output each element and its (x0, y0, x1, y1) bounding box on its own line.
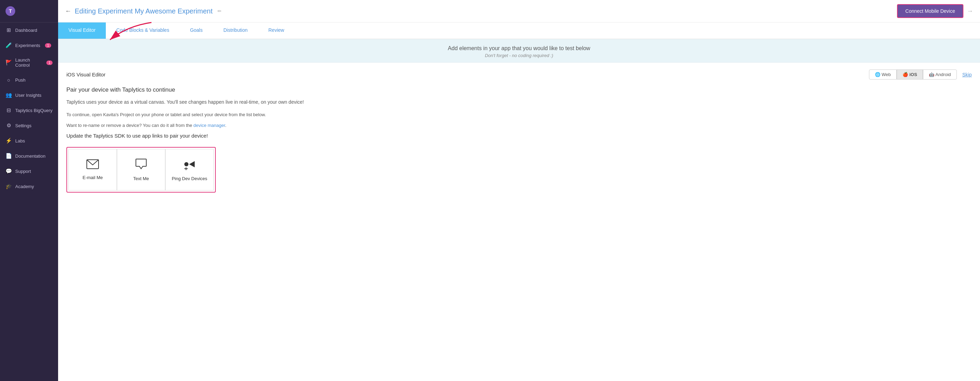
ios-editor-label: iOS Visual Editor (67, 71, 105, 78)
action-card-email-me[interactable]: E-mail Me (68, 149, 117, 190)
sidebar-item-label: Documentation (15, 154, 45, 159)
action-card-ping-dev[interactable]: Ping Dev Devices (165, 149, 214, 190)
sidebar-item-settings[interactable]: ⚙ Settings (0, 118, 58, 133)
pair-title: Pair your device with Taplytics to conti… (67, 86, 972, 93)
settings-icon: ⚙ (6, 122, 12, 129)
device-manager-link[interactable]: device manager (193, 123, 225, 128)
back-button[interactable]: ← (65, 8, 71, 15)
tab-distribution[interactable]: Distribution (213, 22, 258, 39)
tabs-bar: Visual EditorCode Blocks & VariablesGoal… (58, 22, 980, 39)
sidebar-item-label: Experiments (15, 43, 40, 48)
sidebar-item-experiments[interactable]: 🧪 Experiments 1 (0, 38, 58, 53)
ping-dev-icon (184, 158, 196, 173)
skip-link[interactable]: Skip (963, 72, 972, 78)
edit-icon[interactable]: ✏ (218, 8, 222, 14)
tabs-area: Visual EditorCode Blocks & VariablesGoal… (58, 22, 980, 39)
sdk-note: Update the Taplytics SDK to use app link… (67, 133, 972, 139)
text-me-icon (135, 158, 147, 173)
dashboard-icon: ⊞ (6, 27, 12, 33)
connect-mobile-button[interactable]: Connect Mobile Device (897, 4, 963, 18)
documentation-icon: 📄 (6, 153, 12, 159)
sidebar-item-taplytics-bigquery[interactable]: ⊟ Taplytics BigQuery (0, 103, 58, 118)
sidebar-item-label: Settings (15, 123, 32, 128)
taplytics-bigquery-icon: ⊟ (6, 107, 12, 113)
tab-code-blocks[interactable]: Code Blocks & Variables (106, 22, 180, 39)
text-me-label: Text Me (133, 176, 149, 181)
header-left: ← Editing Experiment My Awesome Experime… (65, 7, 222, 15)
platform-btn-ios[interactable]: 🍎 iOS (897, 70, 923, 79)
device-manager-suffix: . (225, 123, 226, 128)
sidebar-item-user-insights[interactable]: 👥 User Insights (0, 87, 58, 103)
badge-launch-control: 1 (46, 60, 52, 65)
info-banner: Add elements in your app that you would … (58, 39, 980, 63)
email-me-label: E-mail Me (83, 175, 103, 180)
tab-review[interactable]: Review (258, 22, 294, 39)
svg-point-2 (184, 162, 188, 166)
banner-title: Add elements in your app that you would … (65, 45, 973, 51)
email-icon (86, 159, 99, 169)
sidebar-item-label: Labs (15, 138, 25, 143)
pair-device-manager-text: Want to re-name or remove a device? You … (67, 122, 972, 129)
sidebar-item-label: User Insights (15, 93, 41, 98)
sidebar-item-label: Launch Control (15, 57, 41, 68)
ios-editor-header: iOS Visual Editor 🌐 Web🍎 iOS🤖 Android Sk… (67, 70, 972, 79)
platform-buttons: 🌐 Web🍎 iOS🤖 Android (869, 70, 957, 79)
sidebar: T ⊞ Dashboard 🧪 Experiments 1 🚩 Launch C… (0, 0, 58, 381)
device-manager-prefix: Want to re-name or remove a device? You … (67, 123, 193, 128)
sidebar-item-dashboard[interactable]: ⊞ Dashboard (0, 22, 58, 38)
support-icon: 💬 (6, 168, 12, 174)
main-content: ← Editing Experiment My Awesome Experime… (58, 0, 980, 381)
tab-visual-editor[interactable]: Visual Editor (58, 22, 106, 39)
sidebar-item-label: Push (15, 78, 25, 83)
action-card-text-me[interactable]: Text Me (117, 149, 165, 190)
action-cards: E-mail Me Text Me Ping Dev Devices (68, 149, 214, 190)
push-icon: ○ (6, 77, 12, 83)
ping-dev-label: Ping Dev Devices (172, 176, 207, 181)
sidebar-item-academy[interactable]: 🎓 Academy (0, 179, 58, 194)
banner-subtitle: Don't forget - no coding required :) (65, 53, 973, 58)
pair-description: Taplytics uses your device as a virtual … (67, 98, 972, 106)
sidebar-item-launch-control[interactable]: 🚩 Launch Control 1 (0, 53, 58, 72)
text-icon (135, 158, 147, 170)
platform-btn-android[interactable]: 🤖 Android (923, 70, 957, 79)
next-arrow-icon[interactable]: → (967, 8, 973, 15)
sidebar-item-documentation[interactable]: 📄 Documentation (0, 148, 58, 164)
user-insights-icon: 👥 (6, 92, 12, 98)
tab-goals[interactable]: Goals (180, 22, 213, 39)
logo-icon: T (6, 6, 15, 16)
action-cards-border: E-mail Me Text Me Ping Dev Devices (67, 147, 216, 192)
platform-btn-web[interactable]: 🌐 Web (869, 70, 897, 79)
sidebar-item-label: Academy (15, 184, 34, 189)
sidebar-item-label: Support (15, 169, 31, 174)
sidebar-item-label: Dashboard (15, 28, 37, 33)
email-me-icon (86, 159, 99, 171)
sidebar-item-label: Taplytics BigQuery (15, 108, 52, 113)
pair-instructions: To continue, open Kavita's Project on yo… (67, 111, 972, 119)
labs-icon: ⚡ (6, 138, 12, 144)
experiment-title: Editing Experiment My Awesome Experiment (75, 7, 213, 15)
sidebar-item-labs[interactable]: ⚡ Labs (0, 133, 58, 148)
ping-icon (184, 158, 196, 170)
page-content: iOS Visual Editor 🌐 Web🍎 iOS🤖 Android Sk… (58, 63, 980, 381)
launch-control-icon: 🚩 (6, 59, 12, 66)
sidebar-item-push[interactable]: ○ Push (0, 72, 58, 87)
header-right: Connect Mobile Device → (897, 4, 973, 18)
page-header: ← Editing Experiment My Awesome Experime… (58, 0, 980, 22)
platform-area: 🌐 Web🍎 iOS🤖 Android Skip (869, 70, 972, 79)
academy-icon: 🎓 (6, 183, 12, 189)
sidebar-item-support[interactable]: 💬 Support (0, 164, 58, 179)
sidebar-logo: T (0, 0, 58, 22)
badge-experiments: 1 (45, 43, 51, 48)
experiments-icon: 🧪 (6, 42, 12, 48)
